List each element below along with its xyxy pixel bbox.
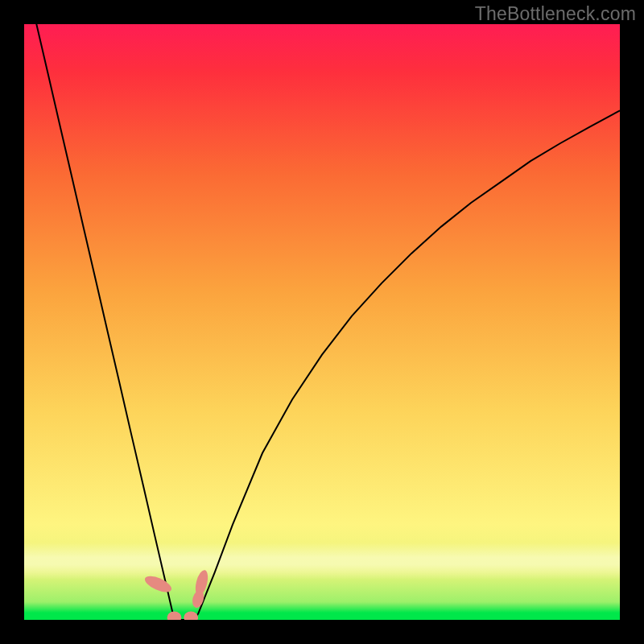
curve-layer (24, 24, 620, 620)
marker-group (142, 569, 210, 620)
chart-frame: TheBottleneck.com (0, 0, 644, 644)
bottleneck-curve (24, 24, 620, 620)
bottom-right-blob (184, 612, 198, 620)
plot-area (24, 24, 620, 620)
left-blob (142, 573, 174, 596)
attribution-label: TheBottleneck.com (475, 3, 636, 25)
bottom-left-blob (167, 612, 182, 620)
